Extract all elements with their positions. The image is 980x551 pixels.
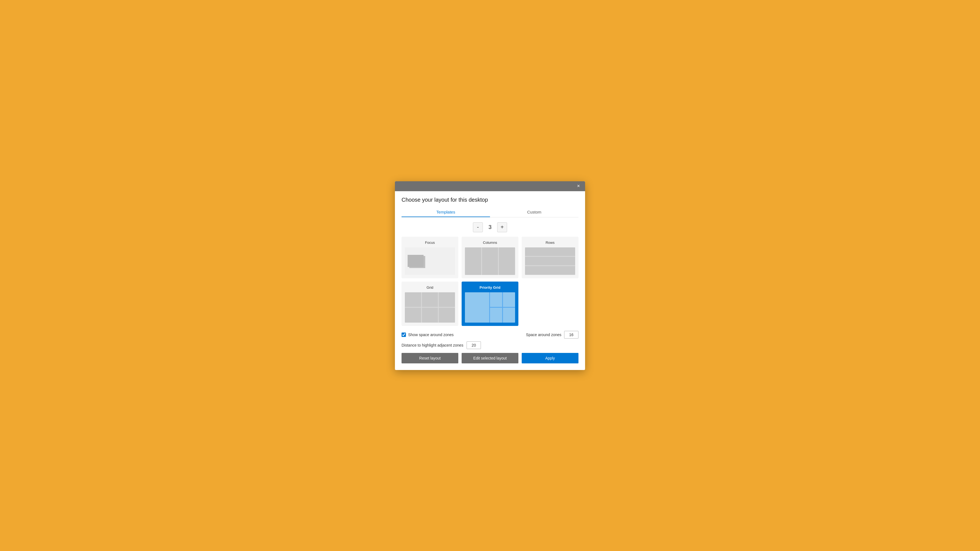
col-zone-2 — [482, 248, 498, 275]
tab-custom[interactable]: Custom — [490, 208, 579, 217]
reset-layout-button[interactable]: Reset layout — [401, 353, 458, 364]
focus-label: Focus — [425, 240, 434, 245]
counter-value: 3 — [487, 224, 493, 230]
columns-label: Columns — [483, 240, 497, 245]
space-around-input[interactable] — [564, 331, 579, 338]
distance-input[interactable] — [466, 341, 481, 349]
layout-card-focus[interactable]: Focus — [401, 237, 458, 278]
edit-layout-button[interactable]: Edit selected layout — [461, 353, 519, 364]
priority-grid-label: Priority Grid — [479, 286, 501, 289]
priority-zone-3 — [503, 292, 515, 307]
empty-slot — [522, 281, 579, 326]
apply-button[interactable]: Apply — [522, 353, 579, 364]
distance-label: Distance to highlight adjacent zones — [401, 343, 463, 348]
titlebar: × — [395, 181, 585, 191]
layout-card-rows[interactable]: Rows — [522, 237, 579, 278]
grid-label: Grid — [426, 286, 433, 289]
space-around-label: Space around zones — [526, 332, 562, 337]
options-section: Show space around zones Space around zon… — [401, 331, 579, 349]
dialog-title: Choose your layout for this desktop — [401, 197, 579, 203]
grid-zone-5 — [422, 308, 438, 322]
options-row-1: Show space around zones Space around zon… — [401, 331, 579, 338]
space-around-row: Space around zones — [526, 331, 579, 338]
distance-row: Distance to highlight adjacent zones — [401, 341, 579, 349]
col-zone-1 — [465, 248, 481, 275]
focus-stack — [407, 255, 424, 267]
buttons-row: Reset layout Edit selected layout Apply — [401, 353, 579, 364]
tab-bar: Templates Custom — [401, 208, 579, 218]
rows-label: Rows — [546, 240, 555, 245]
layout-grid: Focus Columns Rows — [401, 237, 579, 326]
grid-zone-1 — [405, 292, 421, 307]
layout-card-priority-grid[interactable]: Priority Grid — [461, 281, 519, 326]
row-zone-1 — [525, 248, 575, 256]
show-space-checkbox[interactable] — [401, 332, 406, 337]
decrement-button[interactable]: - — [473, 222, 483, 232]
increment-button[interactable]: + — [497, 222, 507, 232]
tab-templates[interactable]: Templates — [401, 208, 490, 217]
row-zone-2 — [525, 257, 575, 265]
grid-zone-6 — [439, 308, 455, 322]
row-zone-3 — [525, 266, 575, 275]
col-zone-3 — [499, 248, 515, 275]
close-button[interactable]: × — [574, 183, 582, 190]
show-space-text: Show space around zones — [408, 332, 453, 337]
zone-counter: - 3 + — [401, 222, 579, 232]
priority-grid-preview — [465, 292, 515, 322]
layout-dialog: × Choose your layout for this desktop Te… — [395, 181, 585, 370]
grid-zone-3 — [439, 292, 455, 307]
priority-zone-4 — [490, 308, 502, 322]
grid-zone-2 — [422, 292, 438, 307]
priority-zone-2 — [490, 292, 502, 307]
grid-zone-4 — [405, 308, 421, 322]
focus-preview — [405, 248, 455, 275]
rows-preview — [525, 248, 575, 275]
grid-preview — [405, 292, 455, 322]
layout-card-columns[interactable]: Columns — [461, 237, 519, 278]
priority-zone-main — [465, 292, 489, 322]
show-space-label[interactable]: Show space around zones — [401, 332, 453, 337]
dialog-body: Choose your layout for this desktop Temp… — [395, 191, 585, 370]
priority-zone-5 — [503, 308, 515, 322]
layout-card-grid[interactable]: Grid — [401, 281, 458, 326]
columns-preview — [465, 248, 515, 275]
focus-rect-front — [407, 255, 423, 267]
